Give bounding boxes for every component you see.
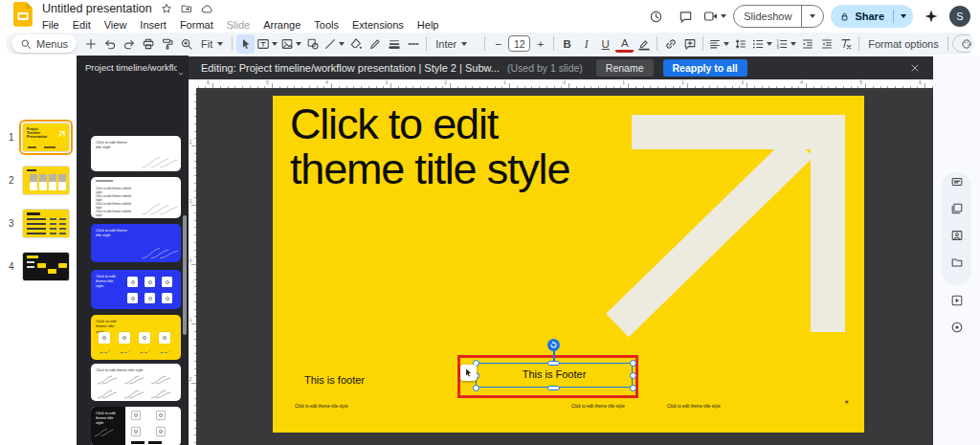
rail-target-icon[interactable] (949, 320, 964, 334)
paint-format-button[interactable] (158, 34, 176, 54)
new-slide-button[interactable] (81, 34, 100, 54)
layout-thumbnail[interactable]: Click to edit theme title style (91, 407, 181, 445)
zoom-fit-select[interactable]: Fit (196, 34, 228, 54)
insert-line-button[interactable] (323, 34, 345, 54)
account-avatar[interactable]: S (949, 6, 970, 27)
menus-button[interactable]: Menus (11, 34, 77, 53)
meet-camera-icon[interactable] (703, 5, 726, 28)
layout-thumbnail[interactable]: Click to edit theme subtitle styleClick … (91, 177, 181, 218)
theme-dropdown-icon[interactable] (177, 64, 185, 81)
undo-button[interactable] (100, 34, 119, 54)
menu-slide[interactable]: Slide (220, 18, 256, 32)
align-button[interactable] (707, 34, 730, 54)
zoom-button[interactable] (177, 34, 195, 54)
menu-extensions[interactable]: Extensions (345, 18, 411, 32)
slide-layout[interactable]: Click to edit theme title style This is … (273, 96, 864, 433)
menu-insert[interactable]: Insert (133, 18, 173, 32)
slides-logo-icon[interactable] (13, 2, 33, 32)
format-options-button[interactable]: Format options (863, 34, 943, 54)
border-color-button[interactable] (366, 34, 384, 54)
menu-tools[interactable]: Tools (307, 18, 345, 32)
rail-play-icon[interactable] (949, 293, 964, 307)
selected-footer-textbox[interactable]: This is Footer (476, 363, 633, 388)
increase-indent-button[interactable] (817, 34, 835, 54)
font-size-decrease-button[interactable]: − (489, 34, 507, 54)
resize-handle-sw[interactable] (473, 385, 479, 391)
resize-handle-s[interactable] (547, 386, 560, 390)
resize-handle-n[interactable] (547, 361, 560, 366)
border-weight-button[interactable] (385, 34, 403, 54)
slide-thumbnail[interactable]: Project Timeline Presentation (22, 122, 70, 152)
star-icon[interactable] (161, 3, 172, 14)
decrease-indent-button[interactable] (798, 34, 816, 54)
slide-thumbnail[interactable] (22, 209, 70, 238)
clear-formatting-button[interactable] (836, 34, 855, 54)
bulleted-list-button[interactable] (750, 34, 773, 54)
document-title[interactable]: Untitled presentation (42, 2, 152, 15)
rotate-handle[interactable] (547, 339, 560, 351)
layout-thumbnail[interactable]: Click to edit theme title style (91, 315, 181, 360)
print-button[interactable] (139, 34, 157, 54)
ruler-number: 1 (503, 79, 506, 85)
menu-view[interactable]: View (98, 18, 134, 32)
rail-contacts-icon[interactable] (949, 228, 964, 242)
rename-button[interactable]: Rename (596, 59, 654, 77)
title-placeholder[interactable]: Click to edit theme title style (290, 101, 569, 191)
slideshow-button[interactable]: Slideshow (733, 5, 824, 28)
font-size-input[interactable]: 12 (508, 35, 530, 52)
font-size-increase-button[interactable]: + (531, 34, 549, 54)
share-button[interactable]: Share (831, 5, 913, 28)
rail-copy-icon[interactable] (949, 201, 964, 215)
layout-thumbnail[interactable]: Click to edit theme title style (91, 224, 181, 262)
underline-button[interactable]: U (596, 34, 614, 54)
menu-format[interactable]: Format (173, 18, 220, 32)
slide-number: 2 (9, 175, 14, 186)
insert-image-button[interactable] (279, 34, 302, 54)
insert-link-button[interactable] (661, 34, 679, 54)
rail-folder-icon[interactable] (949, 255, 964, 269)
layout-thumbnail[interactable]: Click to edit theme title style (91, 364, 181, 401)
insert-shape-button[interactable] (303, 34, 322, 54)
rail-card-icon[interactable] (949, 174, 964, 189)
footer-text-left[interactable]: This is footer (304, 374, 365, 386)
colors-button[interactable]: Colors (952, 34, 974, 53)
resize-handle-ne[interactable] (630, 360, 636, 367)
line-spacing-button[interactable] (731, 34, 749, 54)
insert-comment-button[interactable] (680, 34, 699, 54)
font-family-select[interactable]: Inter (431, 34, 480, 54)
footer-placeholder-text[interactable]: Click to edit theme title style (295, 404, 348, 409)
resize-handle-se[interactable] (630, 385, 636, 391)
footer-placeholder-text[interactable]: Click to edit theme title style (667, 404, 721, 409)
reapply-to-all-button[interactable]: Reapply to all (663, 59, 747, 77)
numbered-list-button[interactable]: 123 (774, 34, 797, 54)
filmstrip-scrollbar[interactable] (183, 215, 187, 335)
menu-file[interactable]: File (35, 18, 66, 32)
footer-textbox-text[interactable]: This is Footer (477, 368, 632, 380)
select-tool-button[interactable] (236, 34, 255, 54)
redo-button[interactable] (120, 34, 138, 54)
layout-thumbnail[interactable]: Click to edit theme title style (91, 136, 181, 171)
version-history-icon[interactable] (644, 5, 667, 28)
menu-arrange[interactable]: Arrange (256, 18, 307, 32)
fill-color-button[interactable] (346, 34, 365, 54)
highlight-color-button[interactable] (635, 34, 653, 54)
text-color-button[interactable]: A (615, 36, 634, 53)
slide-number-placeholder[interactable]: # (845, 399, 848, 405)
bold-button[interactable]: B (558, 34, 576, 54)
italic-button[interactable]: I (577, 34, 595, 54)
close-icon[interactable] (906, 59, 924, 77)
footer-placeholder-text[interactable]: Click to edit theme title style (571, 404, 625, 409)
gemini-sparkle-icon[interactable] (920, 5, 943, 28)
slide-thumbnail[interactable] (22, 166, 70, 195)
theme-name-header[interactable]: Project timeline/workflow pr (85, 62, 177, 73)
slide-thumbnail[interactable] (22, 252, 70, 281)
menu-help[interactable]: Help (411, 18, 446, 32)
move-to-folder-icon[interactable] (181, 3, 192, 14)
menu-edit[interactable]: Edit (66, 18, 98, 32)
border-dash-button[interactable] (404, 34, 422, 54)
text-box-button[interactable] (256, 34, 278, 54)
resize-handle-e[interactable] (630, 372, 636, 379)
layout-thumbnail[interactable]: Click to edit theme title style (91, 270, 181, 309)
cloud-status-icon[interactable] (201, 3, 213, 15)
comments-icon[interactable] (674, 5, 697, 28)
